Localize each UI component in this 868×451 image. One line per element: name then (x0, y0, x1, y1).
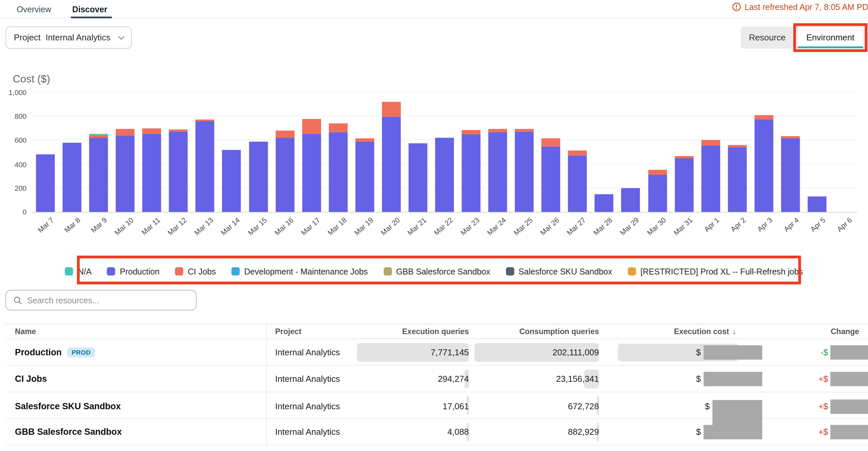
chart-bar-apr-5[interactable] (808, 196, 827, 212)
resource-toggle[interactable]: Resource (741, 27, 794, 49)
chart-bar-mar-10[interactable] (116, 129, 135, 212)
y-axis-tick: 1,000 (1, 88, 27, 97)
x-axis-tick: Mar 13 (193, 216, 215, 237)
resource-name[interactable]: Production (15, 347, 62, 357)
y-axis-tick: 600 (1, 136, 27, 145)
legend-item[interactable]: N/A (65, 266, 91, 276)
search-input[interactable] (27, 290, 196, 310)
resource-name[interactable]: CI Jobs (15, 374, 47, 384)
execution-queries-cell: 294,274 (354, 365, 471, 392)
chart-bar-apr-2[interactable] (728, 145, 747, 212)
project-selector-label: Project (14, 33, 41, 43)
chart-bar-apr-4[interactable] (781, 136, 800, 212)
prod-badge: PROD (67, 347, 95, 357)
x-axis-tick: Mar 10 (113, 216, 135, 237)
x-axis-tick: Mar 21 (406, 216, 428, 237)
search-icon (6, 296, 27, 304)
resource-name[interactable]: GBB Salesforce Sandbox (15, 427, 122, 437)
redacted-cost-value (704, 424, 762, 439)
legend-item[interactable]: [RESTRICTED] Prod XL -- Full-Refresh job… (628, 266, 803, 276)
x-axis-tick: Mar 18 (326, 216, 348, 237)
last-refreshed-status: Last refreshed Apr 7, 8:05 AM PDT (732, 2, 868, 11)
chart-bar-mar-12[interactable] (169, 129, 188, 212)
x-axis-tick: Mar 16 (273, 216, 295, 237)
tab-overview[interactable]: Overview (17, 0, 51, 18)
legend-swatch (628, 267, 636, 275)
chart-bar-mar-26[interactable] (542, 138, 561, 212)
table-header-row: NameProjectExecution queriesConsumption … (6, 324, 868, 339)
chart-bar-mar-24[interactable] (488, 129, 507, 212)
legend-swatch (65, 267, 73, 275)
chart-bar-mar-22[interactable] (435, 138, 454, 212)
redacted-change-value (830, 424, 868, 439)
x-axis-tick: Mar 17 (299, 216, 321, 237)
chart-bar-mar-27[interactable] (568, 150, 587, 212)
legend-item[interactable]: CI Jobs (175, 266, 216, 276)
table-row[interactable]: ProductionPRODInternal Analytics7,771,14… (6, 339, 868, 365)
project-cell: Internal Analytics (267, 365, 354, 392)
sort-desc-icon: ↓ (733, 327, 737, 336)
x-axis-tick: Mar 8 (63, 216, 82, 234)
environment-toggle[interactable]: Environment (797, 27, 864, 49)
chart-bar-mar-28[interactable] (595, 194, 614, 212)
column-header-change[interactable]: Change (743, 324, 868, 339)
chart-bar-mar-21[interactable] (408, 143, 427, 212)
column-header-name[interactable]: Name (6, 324, 267, 339)
legend-item[interactable]: GBB Salesforce Sandbox (383, 266, 490, 276)
x-axis-tick: Apr 6 (835, 216, 854, 233)
chart-bar-apr-3[interactable] (754, 115, 773, 212)
table-body: ProductionPRODInternal Analytics7,771,14… (6, 339, 868, 445)
chart-bar-mar-15[interactable] (249, 141, 268, 212)
legend-label: GBB Salesforce Sandbox (396, 266, 490, 276)
chart-bar-mar-14[interactable] (222, 150, 241, 212)
legend-label: Development - Maintenance Jobs (244, 266, 368, 276)
search-resources-box[interactable] (6, 290, 196, 311)
chart-bar-mar-13[interactable] (196, 119, 215, 212)
legend-item[interactable]: Development - Maintenance Jobs (231, 266, 368, 276)
project-selector[interactable]: Project Internal Analytics (6, 27, 132, 49)
chart-bar-apr-1[interactable] (701, 140, 720, 212)
chart-bar-mar-17[interactable] (302, 119, 321, 212)
y-axis-tick: 800 (1, 112, 27, 121)
column-header-project[interactable]: Project (267, 324, 354, 339)
execution-cost-cell: $ (602, 365, 743, 392)
chart-bar-mar-9[interactable] (89, 134, 108, 212)
project-cell: Internal Analytics (267, 392, 354, 421)
legend-item[interactable]: Production (107, 266, 159, 276)
x-axis-tick: Mar 31 (672, 216, 694, 237)
chart-bar-mar-19[interactable] (355, 138, 374, 212)
x-axis-tick: Mar 20 (379, 216, 401, 237)
x-axis-tick: Mar 7 (36, 216, 55, 234)
legend-label: Production (120, 266, 160, 276)
legend-item[interactable]: Salesforce SKU Sandbox (506, 266, 612, 276)
chart-bar-mar-11[interactable] (143, 128, 161, 212)
chart-legend: N/AProductionCI JobsDevelopment - Mainte… (0, 261, 868, 282)
last-refreshed-text: Last refreshed Apr 7, 8:05 AM PDT (744, 2, 868, 11)
legend-label: [RESTRICTED] Prod XL -- Full-Refresh job… (641, 266, 803, 276)
column-header-execution-queries[interactable]: Execution queries (354, 324, 471, 339)
column-header-consumption-queries[interactable]: Consumption queries (472, 324, 602, 339)
chart-bar-mar-8[interactable] (63, 143, 82, 212)
column-header-execution-cost[interactable]: Execution cost↓ (602, 324, 743, 339)
chevron-down-icon (118, 33, 124, 40)
chart-bar-mar-16[interactable] (275, 131, 294, 212)
resource-name[interactable]: Salesforce SKU Sandbox (15, 402, 121, 412)
chart-bar-mar-7[interactable] (36, 155, 55, 212)
chart-bar-mar-23[interactable] (462, 130, 481, 212)
legend-label: N/A (78, 266, 92, 276)
project-selector-value: Internal Analytics (45, 33, 110, 43)
chart-bar-mar-25[interactable] (515, 129, 534, 212)
x-axis-tick: Mar 11 (140, 216, 162, 237)
redacted-cost-value (704, 345, 762, 359)
app-root: Overview Discover Last refreshed Apr 7, … (0, 0, 868, 451)
chart-bar-mar-20[interactable] (382, 102, 401, 212)
chart-bar-mar-30[interactable] (648, 170, 667, 212)
chart-bar-mar-31[interactable] (675, 156, 693, 212)
chart-bar-mar-29[interactable] (621, 188, 641, 212)
x-axis-tick: Apr 2 (729, 216, 747, 233)
table-row[interactable]: CI JobsInternal Analytics294,27423,156,3… (6, 365, 868, 392)
x-axis-tick: Mar 14 (219, 216, 242, 237)
tab-discover[interactable]: Discover (72, 0, 107, 18)
chart-bar-mar-18[interactable] (329, 124, 347, 212)
table-row[interactable]: Salesforce SKU SandboxInternal Analytics… (6, 392, 868, 419)
